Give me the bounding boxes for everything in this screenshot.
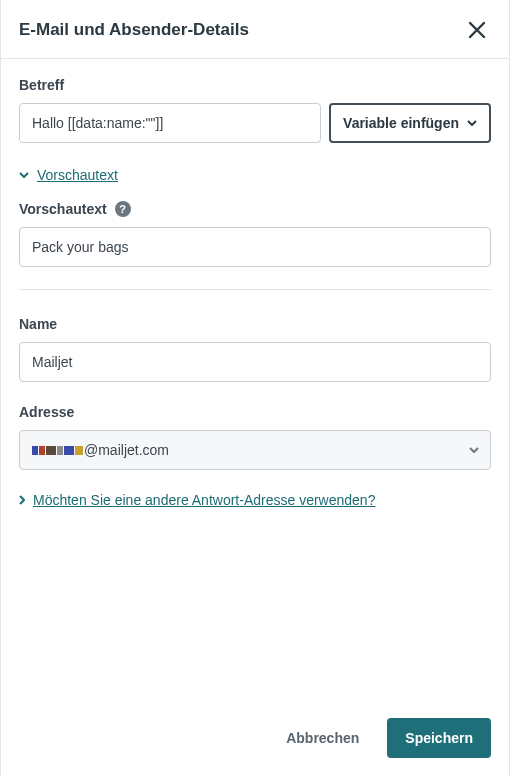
save-button[interactable]: Speichern (387, 718, 491, 758)
close-icon (467, 20, 487, 40)
insert-variable-label: Variable einfügen (343, 115, 459, 131)
reply-to-toggle-label: Möchten Sie eine andere Antwort-Adresse … (33, 492, 375, 508)
modal-title: E-Mail und Absender-Details (19, 20, 249, 40)
modal-header: E-Mail und Absender-Details (1, 0, 509, 59)
subject-label: Betreff (19, 77, 491, 93)
name-section: Name (19, 316, 491, 382)
address-section: Adresse @mailjet.com (19, 404, 491, 470)
chevron-right-icon (19, 495, 25, 505)
divider (19, 289, 491, 290)
modal-body: Betreff Variable einfügen Vorschautext V… (1, 59, 509, 706)
caret-down-icon (467, 120, 477, 126)
reply-to-toggle[interactable]: Möchten Sie eine andere Antwort-Adresse … (19, 492, 491, 508)
subject-input[interactable] (19, 103, 321, 143)
cancel-button[interactable]: Abbrechen (268, 718, 377, 758)
help-icon[interactable]: ? (115, 201, 131, 217)
preview-text-label: Vorschautext ? (19, 201, 491, 217)
address-select-wrap: @mailjet.com (19, 430, 491, 470)
address-select[interactable]: @mailjet.com (19, 430, 491, 470)
preview-text-toggle-label: Vorschautext (37, 167, 118, 183)
name-input[interactable] (19, 342, 491, 382)
modal-footer: Abbrechen Speichern (1, 706, 509, 776)
address-local-obscured (32, 446, 83, 455)
address-domain: @mailjet.com (84, 442, 169, 458)
subject-section: Betreff Variable einfügen Vorschautext V… (19, 77, 491, 267)
chevron-down-icon (19, 172, 29, 178)
email-sender-details-modal: E-Mail und Absender-Details Betreff Vari… (0, 0, 510, 776)
subject-row: Variable einfügen (19, 103, 491, 143)
preview-text-input[interactable] (19, 227, 491, 267)
insert-variable-button[interactable]: Variable einfügen (329, 103, 491, 143)
address-label: Adresse (19, 404, 491, 420)
preview-text-label-text: Vorschautext (19, 201, 107, 217)
close-button[interactable] (463, 16, 491, 44)
name-label: Name (19, 316, 491, 332)
preview-text-toggle[interactable]: Vorschautext (19, 167, 491, 183)
